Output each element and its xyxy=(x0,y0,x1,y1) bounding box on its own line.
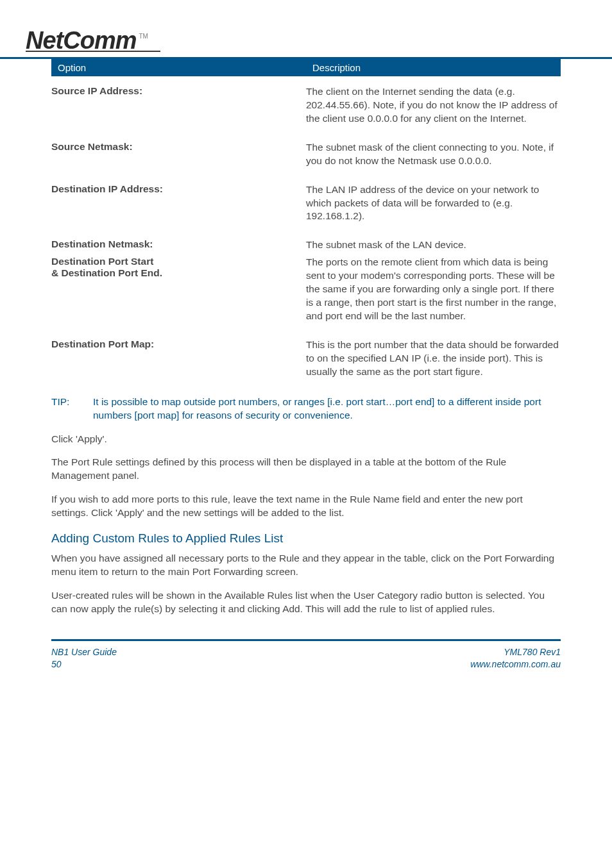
body-paragraph: User-created rules will be shown in the … xyxy=(51,589,561,616)
logo-text: NetComm xyxy=(26,27,136,54)
table-header-row: Option Description xyxy=(51,59,561,76)
footer-guide-title: NB1 User Guide xyxy=(51,646,117,659)
option-label: Destination IP Address: xyxy=(51,183,306,195)
option-description: The ports on the remote client from whic… xyxy=(306,256,561,323)
tip-text: It is possible to map outside port numbe… xyxy=(93,396,561,422)
header-option: Option xyxy=(51,59,306,76)
table-row: Destination Netmask: The subnet mask of … xyxy=(51,235,561,252)
brand-logo: NetCommTM xyxy=(26,27,561,52)
section-heading: Adding Custom Rules to Applied Rules Lis… xyxy=(51,531,561,546)
body-paragraph: When you have assigned all necessary por… xyxy=(51,552,561,579)
option-description: The subnet mask of the client connecting… xyxy=(306,141,561,168)
option-description: The subnet mask of the LAN device. xyxy=(306,238,561,252)
option-label: Destination Port Start & Destination Por… xyxy=(51,256,306,279)
option-description: This is the port number that the data sh… xyxy=(306,338,561,379)
footer-page-number: 50 xyxy=(51,658,117,671)
option-description: The client on the Internet sending the d… xyxy=(306,85,561,126)
table-row: Source IP Address: The client on the Int… xyxy=(51,81,561,137)
table-row: Destination Port Start & Destination Por… xyxy=(51,252,561,335)
option-label: Destination Netmask: xyxy=(51,238,306,250)
option-description: The LAN IP address of the device on your… xyxy=(306,183,561,224)
footer-url: www.netcomm.com.au xyxy=(470,658,561,671)
table-row: Source Netmask: The subnet mask of the c… xyxy=(51,137,561,179)
body-paragraph: Click 'Apply'. xyxy=(51,433,561,446)
header-description: Description xyxy=(306,59,561,76)
body-paragraph: If you wish to add more ports to this ru… xyxy=(51,493,561,520)
tip-label: TIP: xyxy=(51,396,93,422)
body-paragraph: The Port Rule settings defined by this p… xyxy=(51,456,561,483)
option-label: Source Netmask: xyxy=(51,141,306,153)
footer-revision: YML780 Rev1 xyxy=(470,646,561,659)
table-row: Destination IP Address: The LAN IP addre… xyxy=(51,179,561,235)
option-label: Destination Port Map: xyxy=(51,338,306,350)
table-row: Destination Port Map: This is the port n… xyxy=(51,335,561,390)
footer-right: YML780 Rev1 www.netcomm.com.au xyxy=(470,646,561,671)
tip-block: TIP: It is possible to map outside port … xyxy=(51,396,561,422)
page-footer: NB1 User Guide 50 YML780 Rev1 www.netcom… xyxy=(51,639,561,671)
trademark-symbol: TM xyxy=(139,33,148,40)
footer-left: NB1 User Guide 50 xyxy=(51,646,117,671)
option-label: Source IP Address: xyxy=(51,85,306,97)
